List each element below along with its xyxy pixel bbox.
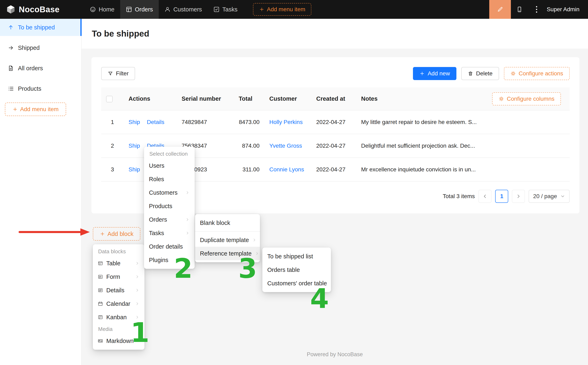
document-icon xyxy=(8,65,14,71)
home-icon xyxy=(90,6,96,13)
markdown-block-icon xyxy=(98,338,103,344)
annotation-step-2: 2 xyxy=(174,255,193,282)
ship-link[interactable]: Ship xyxy=(128,119,140,125)
sidebar-add-menu-item-button[interactable]: Add menu item xyxy=(5,103,66,116)
page-title: To be shipped xyxy=(92,29,149,39)
column-header-notes: Notes xyxy=(356,87,490,110)
menu-item-orders[interactable]: Orders xyxy=(144,213,195,226)
add-block-button[interactable]: Add block xyxy=(93,227,140,241)
menu-item-tasks[interactable]: Tasks xyxy=(144,226,195,240)
plus-icon xyxy=(419,71,425,76)
ship-link[interactable]: Ship xyxy=(128,143,140,149)
details-block-icon xyxy=(98,288,103,293)
powered-by-footer: Powered by NocoBase xyxy=(82,351,588,358)
pagination-page-1[interactable]: 1 xyxy=(495,190,508,203)
menu-item-blank-block[interactable]: Blank block xyxy=(195,216,260,230)
sidebar-item-label: To be shipped xyxy=(18,24,55,31)
created-at-cell: 2022-04-27 xyxy=(311,134,356,158)
menu-item-orders-table[interactable]: Orders table xyxy=(262,263,331,277)
chevron-right-icon xyxy=(185,231,190,235)
tasks-icon xyxy=(213,6,220,13)
annotation-step-3: 3 xyxy=(238,255,257,282)
ship-link[interactable]: Ship xyxy=(128,166,140,173)
red-annotation-arrow xyxy=(18,227,90,237)
menu-item-label: Markdown xyxy=(106,338,134,344)
ui-editor-button[interactable] xyxy=(489,0,511,19)
list-icon xyxy=(8,86,14,92)
chevron-right-icon xyxy=(185,217,190,222)
page-size-select[interactable]: 20 / page xyxy=(529,190,570,203)
menu-item-order-details[interactable]: Order details xyxy=(144,240,195,253)
navbar-add-menu-item-button[interactable]: Add menu item xyxy=(253,3,311,16)
menu-item-label: Calendar xyxy=(106,301,130,307)
chevron-right-icon xyxy=(135,288,140,293)
nav-item-home[interactable]: Home xyxy=(84,0,120,19)
menu-item-users[interactable]: Users xyxy=(144,159,195,172)
menu-item-customers[interactable]: Customers xyxy=(144,186,195,199)
menu-item-products[interactable]: Products xyxy=(144,199,195,213)
filter-button-label: Filter xyxy=(116,70,128,77)
customer-link[interactable]: Connie Lyons xyxy=(269,166,304,173)
customer-link[interactable]: Yvette Gross xyxy=(269,143,302,149)
page-size-value: 20 / page xyxy=(533,193,557,200)
trash-icon xyxy=(468,71,473,76)
chevron-right-icon xyxy=(135,261,140,266)
nav-item-customers[interactable]: Customers xyxy=(159,0,208,19)
page-header: To be shipped xyxy=(82,19,588,49)
sidebar-item-products[interactable]: Products xyxy=(0,80,81,97)
filter-button[interactable]: Filter xyxy=(101,67,135,80)
brand-logo[interactable]: NocoBase xyxy=(0,5,60,14)
notes-cell: My little garret repair to desire he est… xyxy=(356,110,490,134)
navbar-add-menu-item-label: Add menu item xyxy=(267,6,305,13)
delete-button[interactable]: Delete xyxy=(461,67,499,80)
notes-cell: Mr excellence inquietude conviction is i… xyxy=(356,158,490,181)
chevron-right-icon xyxy=(252,238,257,242)
menu-item-duplicate-template[interactable]: Duplicate template xyxy=(195,233,260,247)
nav-item-label: Home xyxy=(99,6,115,13)
more-menu-button[interactable] xyxy=(528,0,545,19)
sidebar-item-label: Products xyxy=(18,85,41,92)
plus-icon xyxy=(100,231,105,237)
mobile-preview-button[interactable] xyxy=(511,0,528,19)
gear-icon xyxy=(510,71,516,76)
orders-icon xyxy=(126,6,132,13)
table-block-icon xyxy=(98,261,103,266)
menu-item-table[interactable]: Table xyxy=(93,257,144,270)
configure-columns-button[interactable]: Configure columns xyxy=(492,92,561,105)
menu-item-label: Orders table xyxy=(267,267,300,273)
menu-item-label: Orders xyxy=(149,216,167,223)
nav-item-tasks[interactable]: Tasks xyxy=(208,0,243,19)
menu-divider xyxy=(195,231,260,232)
sidebar-item-to-be-shipped[interactable]: To be shipped xyxy=(0,19,81,36)
total-cell: 8473.00 xyxy=(234,110,264,134)
details-link[interactable]: Details xyxy=(147,119,164,125)
column-header-actions: Actions xyxy=(124,87,177,110)
sidebar-item-all-orders[interactable]: All orders xyxy=(0,60,81,77)
sidebar-item-shipped[interactable]: Shipped xyxy=(0,39,81,56)
menu-item-to-be-shipped-list[interactable]: To be shipped list xyxy=(262,250,331,263)
gear-icon xyxy=(499,96,504,102)
form-block-icon xyxy=(98,274,103,279)
menu-item-calendar[interactable]: Calendar xyxy=(93,297,144,310)
total-cell: 874.00 xyxy=(234,134,264,158)
table-toolbar: Filter Add new Delete xyxy=(101,67,570,80)
pagination-prev-button[interactable] xyxy=(479,190,492,203)
nav-item-label: Tasks xyxy=(222,6,237,13)
pagination-next-button[interactable] xyxy=(512,190,525,203)
user-menu[interactable]: Super Admin xyxy=(547,6,579,13)
nav-item-orders[interactable]: Orders xyxy=(120,0,159,19)
menu-group-data-blocks: Data blocks xyxy=(93,246,144,257)
menu-item-label: Products xyxy=(149,203,172,210)
menu-item-roles[interactable]: Roles xyxy=(144,172,195,186)
calendar-block-icon xyxy=(98,301,103,306)
chevron-right-icon xyxy=(185,190,190,195)
menu-item-details[interactable]: Details xyxy=(93,283,144,297)
sidebar-add-menu-item-label: Add menu item xyxy=(20,106,59,112)
menu-item-label: Kanban xyxy=(106,314,127,321)
add-new-button[interactable]: Add new xyxy=(413,67,456,80)
menu-item-form[interactable]: Form xyxy=(93,270,144,283)
configure-actions-button[interactable]: Configure actions xyxy=(504,67,570,80)
add-new-button-label: Add new xyxy=(428,70,450,77)
select-all-checkbox[interactable] xyxy=(106,96,113,102)
customer-link[interactable]: Holly Perkins xyxy=(269,119,303,125)
